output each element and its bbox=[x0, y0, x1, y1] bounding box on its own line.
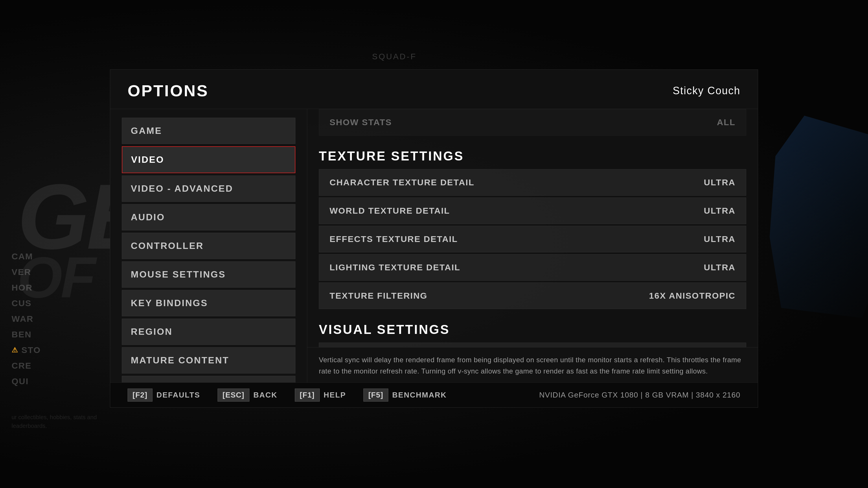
defaults-key: [F2] bbox=[128, 389, 153, 401]
defaults-button[interactable]: [F2] DEFAULTS bbox=[128, 389, 200, 401]
benchmark-button[interactable]: [F5] BENCHMARK bbox=[363, 389, 447, 401]
tooltip-area: Vertical sync will delay the rendered fr… bbox=[307, 347, 758, 383]
warning-icon: ⚠ bbox=[11, 346, 19, 354]
dialog-user: Sticky Couch bbox=[673, 85, 740, 97]
world-texture-row[interactable]: WORLD TEXTURE DETAIL ULTRA bbox=[319, 197, 746, 224]
char-texture-label: CHARACTER TEXTURE DETAIL bbox=[330, 177, 474, 187]
benchmark-label: BENCHMARK bbox=[392, 391, 447, 399]
game-menu-item: BEN bbox=[11, 327, 41, 342]
back-label: BACK bbox=[253, 391, 277, 399]
texture-filtering-row[interactable]: TEXTURE FILTERING 16X ANISOTROPIC bbox=[319, 283, 746, 309]
dialog-body: GAME VIDEO VIDEO - ADVANCED AUDIO CONTRO… bbox=[110, 109, 758, 383]
texture-filtering-value: 16X ANISOTROPIC bbox=[649, 291, 736, 301]
game-menu-item: VER bbox=[11, 264, 41, 280]
content-scroll[interactable]: SHOW STATS ALL TEXTURE SETTINGS CHARACTE… bbox=[307, 109, 758, 347]
sidebar-item-mature-content[interactable]: MATURE CONTENT bbox=[122, 347, 296, 373]
game-menu-item: QUI bbox=[11, 373, 41, 389]
effects-texture-row[interactable]: EFFECTS TEXTURE DETAIL ULTRA bbox=[319, 226, 746, 252]
sidebar-item-video-advanced[interactable]: VIDEO - ADVANCED bbox=[122, 175, 296, 202]
sidebar-item-key-bindings[interactable]: KEY BINDINGS bbox=[122, 290, 296, 316]
show-stats-row[interactable]: SHOW STATS ALL bbox=[319, 109, 746, 136]
back-button[interactable]: [ESC] BACK bbox=[218, 389, 277, 401]
benchmark-key: [F5] bbox=[363, 389, 388, 401]
help-label: HELP bbox=[324, 391, 346, 399]
sidebar-item-controller[interactable]: CONTROLLER bbox=[122, 233, 296, 259]
help-key: [F1] bbox=[295, 389, 320, 401]
effects-texture-label: EFFECTS TEXTURE DETAIL bbox=[330, 234, 458, 244]
char-texture-row[interactable]: CHARACTER TEXTURE DETAIL ULTRA bbox=[319, 169, 746, 196]
game-menu-list: CAM VER HOR CUS WAR BEN ⚠STO CRE QUI bbox=[11, 249, 41, 389]
dialog-footer: [F2] DEFAULTS [ESC] BACK [F1] HELP [F5] … bbox=[110, 383, 758, 408]
sidebar-item-accessibility[interactable]: ACCESSIBILITY bbox=[122, 376, 296, 383]
show-stats-value: ALL bbox=[717, 118, 736, 127]
anti-aliasing-row[interactable]: ANTI-ALIASING QUALITY ULTRA bbox=[319, 343, 746, 347]
footer-controls: [F2] DEFAULTS [ESC] BACK [F1] HELP [F5] … bbox=[128, 389, 447, 401]
help-button[interactable]: [F1] HELP bbox=[295, 389, 346, 401]
sidebar-item-audio[interactable]: AUDIO bbox=[122, 204, 296, 230]
lighting-texture-value: ULTRA bbox=[704, 262, 736, 272]
nav-panel: GAME VIDEO VIDEO - ADVANCED AUDIO CONTRO… bbox=[110, 109, 307, 383]
sidebar-item-video[interactable]: VIDEO bbox=[122, 146, 296, 173]
game-menu-item: CRE bbox=[11, 358, 41, 373]
game-menu-item: HOR bbox=[11, 280, 41, 295]
visual-section-header: VISUAL SETTINGS bbox=[319, 311, 746, 343]
lighting-texture-label: LIGHTING TEXTURE DETAIL bbox=[330, 262, 460, 272]
char-decoration bbox=[770, 116, 868, 318]
content-panel: SHOW STATS ALL TEXTURE SETTINGS CHARACTE… bbox=[307, 109, 758, 383]
back-key: [ESC] bbox=[218, 389, 249, 401]
system-info: NVIDIA GeForce GTX 1080 | 8 GB VRAM | 38… bbox=[539, 391, 740, 399]
world-texture-value: ULTRA bbox=[704, 206, 736, 216]
game-menu-item: CAM bbox=[11, 249, 41, 264]
char-texture-value: ULTRA bbox=[704, 177, 736, 187]
bottom-text: ur collectibles, hobbies, stats and lead… bbox=[11, 413, 127, 430]
game-menu-item: WAR bbox=[11, 311, 41, 327]
dialog-title: OPTIONS bbox=[128, 81, 209, 100]
texture-section-header: TEXTURE SETTINGS bbox=[319, 137, 746, 169]
lighting-texture-row[interactable]: LIGHTING TEXTURE DETAIL ULTRA bbox=[319, 254, 746, 281]
game-menu-item: CUS bbox=[11, 295, 41, 311]
show-stats-label: SHOW STATS bbox=[330, 118, 392, 127]
sidebar-item-region[interactable]: REGION bbox=[122, 319, 296, 345]
effects-texture-value: ULTRA bbox=[704, 234, 736, 244]
texture-filtering-label: TEXTURE FILTERING bbox=[330, 291, 427, 301]
defaults-label: DEFAULTS bbox=[157, 391, 200, 399]
tooltip-text: Vertical sync will delay the rendered fr… bbox=[319, 354, 746, 377]
squad-label: SQUAD-F bbox=[372, 52, 416, 61]
world-texture-label: WORLD TEXTURE DETAIL bbox=[330, 206, 450, 216]
game-menu-item-warning: ⚠STO bbox=[11, 342, 41, 358]
dialog-header: OPTIONS Sticky Couch bbox=[110, 70, 758, 109]
sidebar-item-game[interactable]: GAME bbox=[122, 118, 296, 144]
sidebar-item-mouse-settings[interactable]: MOUSE SETTINGS bbox=[122, 261, 296, 288]
options-dialog: OPTIONS Sticky Couch GAME VIDEO VIDEO - … bbox=[110, 69, 758, 408]
